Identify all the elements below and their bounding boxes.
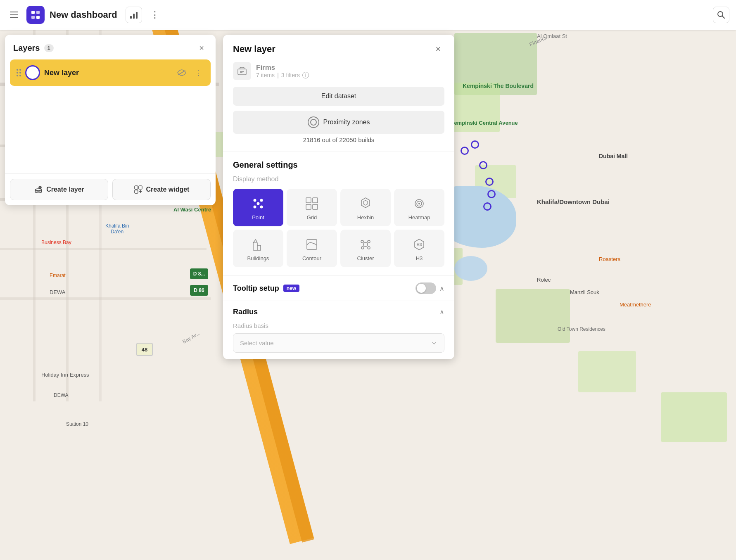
svg-rect-30: [306, 204, 311, 209]
radius-chevron-icon[interactable]: ∧: [439, 308, 444, 316]
svg-point-27: [257, 202, 260, 205]
new-layer-header: New layer ×: [223, 35, 454, 62]
svg-rect-15: [135, 186, 138, 189]
svg-rect-6: [136, 12, 138, 19]
dataset-name: Firms: [256, 64, 309, 72]
svg-rect-16: [139, 186, 142, 189]
radius-select-placeholder: Select value: [240, 339, 274, 346]
dataset-icon: [233, 62, 251, 80]
radius-header: Radius ∧: [233, 308, 444, 316]
heatmap-icon: [412, 196, 427, 211]
select-chevron-icon: [431, 340, 437, 346]
cluster-icon: [358, 237, 373, 252]
new-badge: new: [283, 285, 299, 292]
tooltip-setup-row: Tooltip setup new ∧: [223, 275, 454, 301]
svg-rect-0: [31, 11, 35, 14]
layers-panel: Layers 1 × New layer ⋮: [5, 35, 216, 205]
contour-label: Contour: [302, 255, 321, 261]
new-layer-close-button[interactable]: ×: [432, 43, 444, 55]
hamburger-menu-button[interactable]: [7, 7, 21, 22]
display-method-hexbin[interactable]: Hexbin: [340, 189, 391, 226]
layers-header: Layers 1 ×: [5, 35, 216, 59]
new-layer-panel: New layer × Firms 7 items | 3 filters i …: [223, 35, 454, 359]
svg-rect-5: [133, 14, 135, 19]
more-options-button[interactable]: ⋮: [147, 8, 163, 22]
dataset-info-icon[interactable]: i: [302, 72, 309, 78]
layer-item: New layer ⋮: [10, 59, 211, 86]
create-widget-label: Create widget: [146, 186, 190, 193]
tooltip-toggle[interactable]: [415, 282, 436, 294]
layer-drag-handle[interactable]: [17, 69, 21, 76]
dataset-meta: 7 items | 3 filters i: [256, 72, 309, 78]
radius-section: Radius ∧ Radius basis Select value: [223, 301, 454, 359]
display-method-grid: Point Grid Hexbin: [223, 189, 454, 275]
radius-title: Radius: [233, 308, 258, 316]
layer-visibility-button[interactable]: [175, 66, 188, 79]
svg-point-36: [418, 203, 420, 204]
layers-count-badge: 1: [44, 44, 54, 52]
svg-line-9: [178, 71, 185, 75]
general-settings-title: General settings: [223, 160, 454, 176]
search-button[interactable]: [713, 7, 729, 23]
dataset-info: Firms 7 items | 3 filters i: [256, 64, 309, 78]
svg-rect-17: [135, 190, 138, 193]
proximity-zones-label: Proximity zones: [323, 119, 370, 126]
h3-icon: H3: [412, 237, 427, 252]
display-method-h3[interactable]: H3 H3: [394, 230, 444, 267]
display-method-heatmap[interactable]: Heatmap: [394, 189, 444, 226]
svg-point-42: [361, 247, 364, 249]
builds-count-text: 21816 out of 22050 builds: [223, 136, 454, 143]
display-method-grid-item[interactable]: Grid: [287, 189, 337, 226]
point-label: Point: [252, 214, 264, 221]
create-layer-button[interactable]: Create layer: [10, 179, 108, 200]
display-method-cluster[interactable]: Cluster: [340, 230, 391, 267]
svg-marker-33: [363, 200, 368, 205]
new-layer-title: New layer: [233, 44, 275, 55]
tooltip-setup-left: Tooltip setup new: [233, 284, 299, 293]
svg-text:H3: H3: [417, 242, 422, 247]
layer-more-button[interactable]: ⋮: [192, 67, 204, 78]
display-method-point[interactable]: Point: [233, 189, 283, 226]
svg-point-43: [368, 247, 370, 249]
radius-basis-label: Radius basis: [233, 322, 444, 329]
svg-point-11: [35, 189, 42, 191]
layers-close-button[interactable]: ×: [196, 42, 207, 54]
dataset-filters: 3 filters: [281, 72, 300, 78]
tooltip-chevron-icon[interactable]: ∧: [439, 285, 444, 292]
layers-title-group: Layers 1: [13, 43, 54, 53]
svg-point-39: [363, 242, 368, 247]
display-method-contour[interactable]: Contour: [287, 230, 337, 267]
cluster-label: Cluster: [357, 255, 374, 261]
layers-empty-area: [5, 91, 216, 173]
display-method-label: Display method: [223, 176, 454, 189]
grid-label: Grid: [307, 214, 317, 221]
chart-view-button[interactable]: [126, 7, 142, 23]
buildings-icon: [251, 237, 266, 252]
tooltip-setup-right: ∧: [415, 282, 444, 294]
svg-rect-29: [313, 198, 318, 203]
hexbin-label: Hexbin: [357, 214, 374, 221]
create-widget-button[interactable]: Create widget: [112, 179, 211, 200]
navbar: New dashboard ⋮: [0, 0, 736, 30]
edit-dataset-button[interactable]: Edit dataset: [233, 87, 444, 106]
svg-point-23: [254, 199, 256, 202]
layer-type-icon: [25, 65, 40, 80]
svg-rect-37: [253, 243, 257, 250]
dashboard-title: New dashboard: [50, 9, 117, 20]
dataset-row: Firms 7 items | 3 filters i: [223, 62, 454, 87]
display-method-buildings[interactable]: Buildings: [233, 230, 283, 267]
grid-icon: [304, 196, 319, 211]
svg-point-26: [260, 206, 263, 209]
svg-point-24: [260, 199, 263, 202]
layers-actions: Create layer Create widget: [5, 173, 216, 205]
svg-line-8: [722, 16, 725, 19]
point-icon: [251, 196, 266, 211]
radius-select-box[interactable]: Select value: [233, 333, 444, 353]
h3-label: H3: [416, 255, 423, 261]
dataset-items: 7 items: [256, 72, 275, 78]
svg-rect-1: [36, 11, 40, 14]
proximity-zones-button[interactable]: Proximity zones: [233, 111, 444, 134]
svg-point-40: [361, 240, 363, 243]
create-layer-label: Create layer: [46, 186, 84, 193]
svg-rect-20: [238, 69, 246, 75]
